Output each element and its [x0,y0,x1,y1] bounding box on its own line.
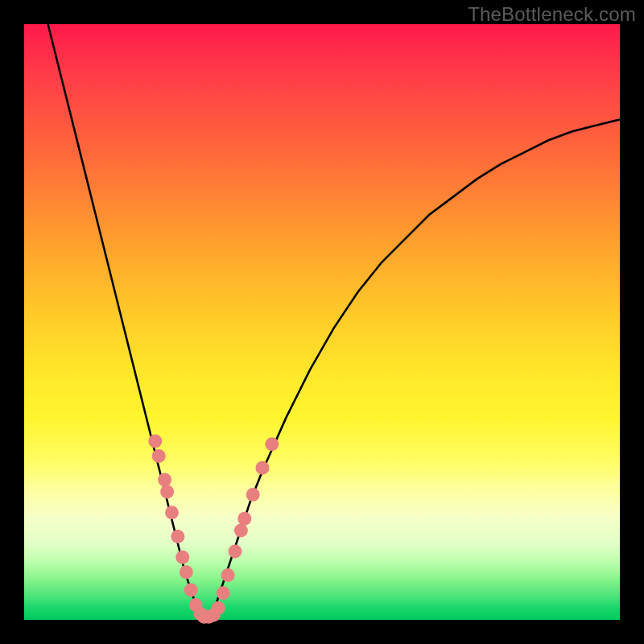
curve-markers [148,435,279,624]
chart-svg [24,24,620,620]
curve-marker [229,544,242,558]
curve-marker [234,524,248,538]
curve-marker [265,437,279,451]
curve-marker [256,461,270,475]
curve-marker [158,473,171,487]
curve-marker [171,530,184,543]
curve-marker [217,586,230,600]
curve-marker [184,584,198,597]
watermark-text: TheBottleneck.com [468,3,636,26]
curve-marker [175,551,189,564]
plot-area [24,24,620,620]
curve-marker [221,568,235,582]
curve-marker [160,485,174,498]
curve-marker [212,601,225,615]
curve-marker [165,506,179,519]
curve-marker [246,488,260,502]
bottleneck-curve [48,24,620,617]
curve-marker [180,565,193,579]
chart-frame: TheBottleneck.com [0,0,644,644]
curve-marker [152,449,166,463]
curve-marker [237,512,251,526]
curve-marker [148,435,162,448]
